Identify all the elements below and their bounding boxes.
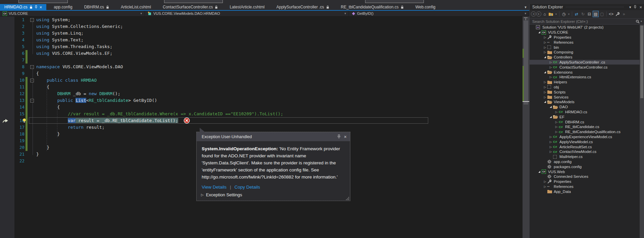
tree-scrollbar[interactable]	[640, 25, 644, 238]
code-text[interactable]: using VUS.CORE.ViewModels.EF;	[36, 50, 112, 57]
collapsed-icon[interactable]: ▷	[554, 124, 559, 129]
code-line-13[interactable]: 13- public List<RE_tblCandidate> GetByID…	[0, 97, 523, 104]
breadcrumb-type[interactable]: VUS.CORE.ViewModels.DAO.HRMDAO ▾	[145, 11, 349, 16]
tree-item-EF[interactable]: EF	[530, 114, 640, 119]
tree-item-References[interactable]: ▷▪▪References	[530, 184, 640, 189]
tree-item-Extensions[interactable]: Extensions	[530, 70, 640, 75]
show-all-files-icon[interactable]: ▤	[593, 11, 599, 17]
collapsed-icon[interactable]: ▷	[548, 65, 553, 70]
splitter-grip-icon[interactable]	[524, 17, 528, 20]
expanded-icon[interactable]	[537, 30, 542, 35]
fold-collapse-box[interactable]: -	[30, 65, 34, 69]
tree-item-MailHelper-cs[interactable]: MailHelper.cs	[530, 154, 640, 159]
tree-item-ArticleResultSet-cs[interactable]: ▷C#ArticleResultSet.cs	[530, 144, 640, 149]
code-text[interactable]: using System.Text;	[36, 37, 84, 43]
collapsed-icon[interactable]: ▷	[543, 45, 547, 50]
tree-item-ApplyViewModel-cs[interactable]: ▷C#ApplyViewModel.cs	[530, 139, 640, 144]
home-icon[interactable]: ⌂	[542, 11, 548, 17]
collapsed-icon[interactable]: ▷	[548, 149, 553, 154]
tree-item-Solution-VUS-WebUAT-2-projects-[interactable]: ∞Solution 'VUS WebUAT' (2 projects)	[530, 25, 640, 30]
pending-changes-filter-icon[interactable]: ◷	[561, 11, 567, 17]
search-input[interactable]: Search Solution Explorer (Ctrl+;)	[532, 19, 636, 24]
chevron-down-icon[interactable]: ▾	[140, 12, 142, 15]
code-text[interactable]: //var result = _db.RE_tblCandidate.Where…	[36, 111, 283, 117]
tab-list-overflow-icon[interactable]: ▾	[522, 4, 529, 10]
tree-item-References[interactable]: ▷▪▪References	[530, 40, 640, 45]
tree-item-Scripts[interactable]: ▷Scripts	[530, 89, 640, 94]
collapsed-icon[interactable]: ▷	[548, 145, 553, 149]
collapsed-icon[interactable]: ▷	[548, 60, 553, 65]
code-line-5[interactable]: 5using System.Threading.Tasks;	[0, 43, 523, 50]
sync-with-active-document-icon[interactable]	[548, 11, 554, 17]
tree-item-HtmlExtensions-cs[interactable]: ▷C#HtmlExtensions.cs	[530, 75, 640, 80]
breadcrumb-member[interactable]: GetByID() ▾	[349, 11, 529, 16]
view-code-icon[interactable]: <>	[608, 11, 614, 17]
tree-item-RE-tblCandidateQualification-cs[interactable]: ▷C#RE_tblCandidateQualification.cs	[530, 129, 640, 134]
expanded-icon[interactable]	[543, 100, 547, 104]
tree-item-Services[interactable]: ▷Services	[530, 94, 640, 100]
collapsed-icon[interactable]: ▷	[543, 85, 547, 89]
tree-item-DAO[interactable]: DAO	[530, 105, 640, 110]
tab-DBHRM.cs[interactable]: DBHRM.cs	[80, 4, 113, 10]
tree-item-Connected-Services[interactable]: Connected Services	[530, 174, 640, 179]
tree-item-ContactViewModel-cs[interactable]: ▷C#ContactViewModel.cs	[530, 149, 640, 154]
code-text[interactable]: {	[36, 84, 49, 90]
code-text[interactable]: {	[36, 70, 39, 77]
expanded-icon[interactable]	[548, 115, 553, 119]
code-text[interactable]: using System.Collections.Generic;	[36, 23, 123, 30]
code-line-8[interactable]: 8-namespace VUS.CORE.ViewModels.DAO	[0, 64, 523, 70]
tree-item-ApplySurfaceController-cs[interactable]: ▷C#ApplySurfaceController .cs	[530, 60, 640, 65]
tree-item-Helpers[interactable]: ▷Helpers	[530, 80, 640, 85]
tab-LatestArticle.cshtml[interactable]: LatestArticle.cshtml	[225, 4, 269, 10]
pin-icon[interactable]	[634, 5, 637, 9]
code-text[interactable]: public class HRMDAO	[36, 77, 97, 84]
tree-item-ContactSurfaceController-cs[interactable]: ▷C#ContactSurfaceController.cs	[530, 65, 640, 70]
collapsed-icon[interactable]: ▷	[548, 134, 553, 139]
scrollbar-thumb[interactable]	[640, 26, 643, 98]
editor-vertical-scrollbar[interactable]	[523, 16, 529, 238]
error-icon[interactable]	[184, 117, 190, 124]
fold-collapse-box[interactable]: -	[30, 79, 34, 82]
code-line-9[interactable]: 9{	[0, 70, 523, 77]
code-line-10[interactable]: 10- public class HRMDAO	[0, 77, 523, 84]
chevron-down-icon[interactable]: ▾	[344, 12, 346, 15]
refresh-icon[interactable]: ⇄	[574, 11, 580, 17]
code-line-3[interactable]: 3using System.Linq;	[0, 30, 523, 37]
collapsed-icon[interactable]: ▷	[548, 140, 553, 144]
code-line-4[interactable]: 4using System.Text;	[0, 37, 523, 43]
code-line-11[interactable]: 11 {	[0, 84, 523, 90]
tab-ApplySurfaceController-.cs[interactable]: ApplySurfaceController .cs	[272, 4, 333, 10]
collapsed-icon[interactable]: ▷	[543, 184, 547, 189]
tree-item-VUS-CORE[interactable]: C#VUS.CORE	[530, 30, 640, 35]
tab-ContactSurfaceController.cs[interactable]: ContactSurfaceController.cs	[158, 4, 222, 10]
tab-HRMDAO.cs[interactable]: HRMDAO.cs×	[0, 4, 46, 10]
code-text[interactable]: return result;	[36, 124, 105, 131]
code-area[interactable]: 1-using System;2using System.Collections…	[0, 16, 523, 238]
collapsed-icon[interactable]: ▷	[554, 120, 559, 124]
collapsed-icon[interactable]: ▷	[543, 95, 547, 100]
code-editor[interactable]: 1-using System;2using System.Collections…	[0, 16, 529, 238]
filter-dropdown-icon[interactable]: ▾	[567, 11, 571, 17]
code-text[interactable]: var result = _db.RE_tblCandidate.ToList(…	[36, 117, 190, 124]
code-text[interactable]: using System;	[36, 16, 70, 23]
tree-item-ViewModels[interactable]: ViewModels	[530, 100, 640, 105]
tab-Web.config[interactable]: Web.config	[411, 4, 440, 10]
code-line-16[interactable]: 16 var result = _db.RE_tblCandidate.ToLi…	[0, 117, 523, 124]
properties-icon[interactable]	[614, 11, 621, 17]
new-item-icon[interactable]: ▢	[599, 11, 605, 17]
tree-item-RE-tblCandidate-cs[interactable]: ▷C#RE_tblCandidate.cs	[530, 124, 640, 129]
breadcrumb-project[interactable]: C# VUS.CORE ▾	[0, 11, 145, 16]
collapsed-icon[interactable]: ▷	[543, 90, 547, 94]
code-text[interactable]: }	[36, 131, 60, 137]
code-text[interactable]: namespace VUS.CORE.ViewModels.DAO	[36, 64, 123, 70]
code-line-17[interactable]: 17 return result;	[0, 124, 523, 131]
code-line-6[interactable]: 6using VUS.CORE.ViewModels.EF;	[0, 50, 523, 57]
expanded-icon[interactable]	[543, 55, 547, 60]
exception-settings-expander[interactable]: ▷ Exception Settings	[197, 190, 350, 201]
resize-grip-icon[interactable]	[346, 196, 349, 200]
tree-item-ApplyExperienceViewModel-cs[interactable]: ▷C#ApplyExperienceViewModel.cs	[530, 134, 640, 140]
search-box[interactable]: Search Solution Explorer (Ctrl+;) ▾	[530, 18, 644, 25]
code-line-14[interactable]: 14 {	[0, 104, 523, 111]
chevron-down-icon[interactable]: ▾	[641, 20, 642, 23]
search-icon[interactable]: ▾	[636, 19, 642, 24]
